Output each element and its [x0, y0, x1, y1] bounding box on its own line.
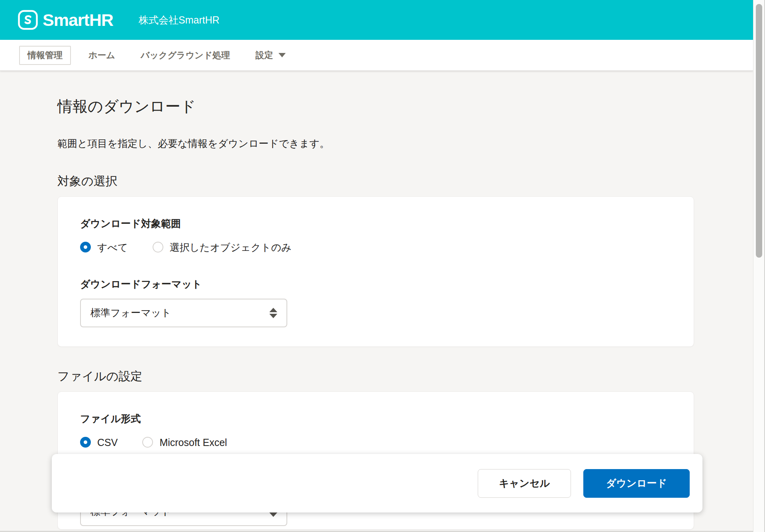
nav-item-settings-label: 設定 [255, 49, 273, 61]
scrollbar-thumb[interactable] [756, 4, 762, 258]
cancel-button[interactable]: キャンセル [478, 469, 571, 498]
file-format-radio-group: CSV Microsoft Excel [80, 436, 671, 448]
radio-option-all[interactable]: すべて [80, 241, 128, 253]
app-header: SmartHR 株式会社SmartHR [0, 0, 753, 40]
section-heading-target: 対象の選択 [57, 174, 753, 188]
nav-item-background-processing[interactable]: バックグラウンド処理 [141, 49, 230, 61]
download-format-select-value: 標準フォーマット [90, 306, 171, 319]
smarthr-logo[interactable]: SmartHR [18, 10, 113, 30]
page-description: 範囲と項目を指定し、必要な情報をダウンロードできます。 [57, 137, 753, 149]
download-format-label: ダウンロードフォーマット [80, 278, 671, 290]
radio-unchecked-icon[interactable] [153, 242, 163, 252]
radio-unchecked-icon[interactable] [142, 437, 153, 448]
target-selection-card: ダウンロード対象範囲 すべて 選択したオブジェクトのみ ダウンロードフォーマット… [57, 196, 694, 347]
radio-checked-icon[interactable] [80, 242, 91, 252]
app-window: SmartHR 株式会社SmartHR 情報管理 ホーム バックグラウンド処理 … [0, 0, 765, 532]
nav-item-home[interactable]: ホーム [88, 49, 115, 61]
radio-option-excel-label: Microsoft Excel [159, 436, 227, 448]
brand-name: SmartHR [43, 10, 113, 30]
floating-action-bar: キャンセル ダウンロード [52, 454, 702, 512]
radio-option-csv[interactable]: CSV [80, 436, 118, 448]
page-title: 情報のダウンロード [57, 98, 753, 116]
radio-option-selected-objects-label: 選択したオブジェクトのみ [170, 241, 292, 253]
section-heading-file: ファイルの設定 [57, 369, 753, 383]
app-navigation: 情報管理 ホーム バックグラウンド処理 設定 [0, 40, 753, 71]
scrollbar-track[interactable] [753, 0, 765, 532]
smarthr-s-icon [18, 10, 38, 30]
tenant-name: 株式会社SmartHR [139, 14, 220, 27]
radio-checked-icon[interactable] [80, 437, 91, 448]
download-format-select[interactable]: 標準フォーマット [80, 299, 287, 327]
radio-option-csv-label: CSV [97, 436, 118, 448]
nav-item-information-management[interactable]: 情報管理 [19, 46, 71, 65]
radio-option-selected-objects[interactable]: 選択したオブジェクトのみ [153, 241, 292, 253]
select-sorter-icon [269, 307, 278, 319]
download-button[interactable]: ダウンロード [583, 469, 690, 498]
radio-option-excel[interactable]: Microsoft Excel [142, 436, 227, 448]
download-range-radio-group: すべて 選択したオブジェクトのみ [80, 241, 671, 253]
chevron-down-icon [279, 53, 286, 57]
nav-item-settings[interactable]: 設定 [255, 49, 286, 61]
file-format-label: ファイル形式 [80, 413, 671, 424]
download-range-label: ダウンロード対象範囲 [80, 217, 671, 229]
radio-option-all-label: すべて [97, 241, 128, 253]
